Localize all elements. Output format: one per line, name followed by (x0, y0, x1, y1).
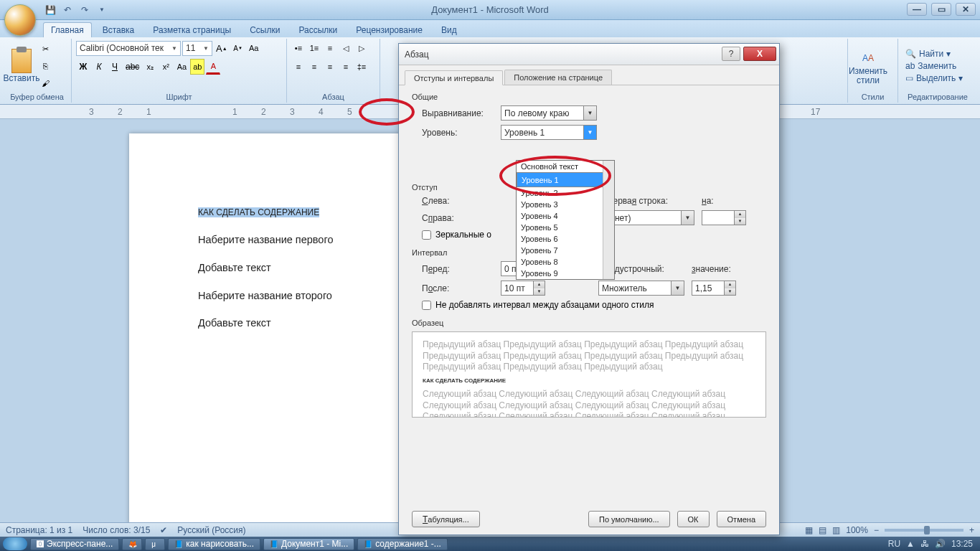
cut-icon[interactable]: ✂ (38, 41, 52, 57)
tray-time[interactable]: 13:25 (951, 539, 973, 549)
taskbar-item[interactable]: μ (145, 538, 165, 550)
taskbar-item[interactable]: 📘 содержание1 -... (357, 538, 448, 550)
select-button[interactable]: ▭Выделить ▾ (903, 72, 966, 84)
ok-button[interactable]: ОК (677, 511, 710, 527)
line-spacing-select[interactable]: Множитель▼ (598, 281, 684, 296)
undo-icon[interactable]: ↶ (60, 3, 75, 17)
replace-button[interactable]: abЗаменить (903, 60, 966, 72)
office-button[interactable] (4, 4, 36, 36)
tab-layout[interactable]: Разметка страницы (145, 22, 239, 37)
underline-button[interactable]: Ч (108, 59, 122, 75)
line-spacing-icon[interactable]: ‡≡ (354, 59, 369, 75)
level-option[interactable]: Уровень 5 (517, 222, 614, 233)
level-option[interactable]: Основной текст (517, 161, 614, 172)
taskbar-item[interactable]: 🦊 (122, 538, 142, 550)
level-option[interactable]: Уровень 1 (517, 172, 614, 187)
italic-button[interactable]: К (92, 59, 106, 75)
align-left-icon[interactable]: ≡ (291, 59, 306, 75)
taskbar: 🅾 Экспресс-пане... 🦊 μ 📘 как нарисовать.… (0, 537, 980, 551)
default-button[interactable]: По умолчанию... (588, 511, 670, 527)
clear-format-icon[interactable]: Aa (247, 40, 261, 56)
tray-network-icon[interactable]: 🖧 (920, 539, 929, 549)
align-center-icon[interactable]: ≡ (307, 59, 321, 75)
maximize-button[interactable]: ▭ (931, 3, 951, 16)
tab-mailings[interactable]: Рассылки (291, 22, 345, 37)
status-language[interactable]: Русский (Россия) (177, 525, 245, 535)
tray-volume-icon[interactable]: 🔊 (935, 539, 946, 549)
bold-button[interactable]: Ж (76, 59, 90, 75)
bullets-icon[interactable]: •≡ (291, 40, 306, 56)
cancel-button[interactable]: Отмена (717, 511, 766, 527)
tray-chevron-icon[interactable]: ▲ (906, 539, 915, 549)
change-styles-button[interactable]: AA Изменить стили (852, 42, 884, 90)
dialog-tab-position[interactable]: Положение на странице (504, 70, 612, 85)
no-same-spacing-checkbox[interactable] (422, 301, 431, 310)
level-option[interactable]: Уровень 6 (517, 233, 614, 245)
dialog-titlebar[interactable]: Абзац ? X (399, 44, 779, 65)
decrease-indent-icon[interactable]: ◁ (339, 40, 353, 56)
view-web-icon[interactable]: ▥ (832, 525, 840, 535)
dialog-close-button[interactable]: X (743, 47, 776, 61)
copy-icon[interactable]: ⎘ (38, 58, 52, 74)
tab-home[interactable]: Главная (43, 22, 92, 37)
redo-icon[interactable]: ↷ (77, 3, 92, 17)
dropdown-scrollbar[interactable] (603, 161, 614, 279)
status-page[interactable]: Страница: 1 из 1 (6, 525, 72, 535)
font-color-button[interactable]: A (206, 59, 220, 75)
tabs-button[interactable]: Табуляция... (412, 511, 480, 527)
zoom-in-icon[interactable]: + (969, 525, 974, 535)
close-button[interactable]: ✕ (956, 3, 976, 16)
font-size-combo[interactable]: 11▼ (182, 41, 212, 56)
numbering-icon[interactable]: 1≡ (307, 40, 321, 56)
align-right-icon[interactable]: ≡ (323, 59, 337, 75)
level-option[interactable]: Уровень 7 (517, 245, 614, 256)
zoom-out-icon[interactable]: − (874, 525, 879, 535)
font-name-combo[interactable]: Calibri (Основной тек▼ (76, 41, 181, 56)
tab-view[interactable]: Вид (433, 22, 465, 37)
subscript-button[interactable]: x₂ (143, 59, 157, 75)
change-case-button[interactable]: Aa (174, 59, 189, 75)
level-option[interactable]: Уровень 4 (517, 210, 614, 222)
level-select[interactable]: Уровень 1▼ (501, 125, 597, 140)
status-words[interactable]: Число слов: 3/15 (83, 525, 150, 535)
after-spinner[interactable]: 10 пт▲▼ (501, 281, 545, 296)
format-painter-icon[interactable]: 🖌 (38, 75, 52, 91)
spacing-value-spinner[interactable]: 1,15▲▼ (692, 281, 736, 296)
strike-button[interactable]: abc (123, 59, 141, 75)
zoom-slider[interactable] (885, 529, 963, 532)
tab-review[interactable]: Рецензирование (348, 22, 430, 37)
zoom-value[interactable]: 100% (846, 525, 868, 535)
taskbar-item[interactable]: 🅾 Экспресс-пане... (30, 538, 119, 550)
find-button[interactable]: 🔍Найти ▾ (903, 48, 966, 60)
paste-button[interactable]: Вставить (7, 42, 36, 90)
level-option[interactable]: Уровень 9 (517, 268, 614, 279)
taskbar-item[interactable]: 📘 Документ1 - Mi... (263, 538, 354, 550)
minimize-button[interactable]: ― (907, 3, 927, 16)
dialog-help-button[interactable]: ? (722, 47, 740, 61)
increase-indent-icon[interactable]: ▷ (354, 40, 369, 56)
taskbar-item[interactable]: 📘 как нарисовать... (168, 538, 260, 550)
tray-lang[interactable]: RU (888, 539, 900, 549)
alignment-select[interactable]: По левому краю▼ (501, 105, 597, 121)
mirror-indents-checkbox[interactable] (422, 230, 431, 240)
multilevel-icon[interactable]: ≡ (323, 40, 337, 56)
level-option[interactable]: Уровень 8 (517, 256, 614, 268)
highlight-button[interactable]: ab (190, 59, 204, 75)
grow-font-icon[interactable]: A▲ (214, 40, 230, 56)
qat-more-icon[interactable]: ▼ (95, 3, 109, 17)
superscript-button[interactable]: x² (159, 59, 173, 75)
level-option[interactable]: Уровень 3 (517, 199, 614, 210)
level-option[interactable]: Уровень 2 (517, 187, 614, 199)
shrink-font-icon[interactable]: A▼ (231, 40, 245, 56)
view-read-icon[interactable]: ▤ (819, 525, 826, 535)
tab-references[interactable]: Ссылки (242, 22, 288, 37)
tab-insert[interactable]: Вставка (95, 22, 143, 37)
view-print-icon[interactable]: ▦ (805, 525, 813, 535)
justify-icon[interactable]: ≡ (339, 59, 353, 75)
first-line-by-spinner[interactable]: ▲▼ (702, 210, 746, 225)
no-same-spacing-label: Не добавлять интервал между абзацами одн… (435, 300, 654, 310)
first-line-select[interactable]: (нет)▼ (608, 210, 694, 225)
start-button[interactable] (3, 537, 27, 550)
save-icon[interactable]: 💾 (43, 3, 57, 17)
dialog-tab-indents[interactable]: Отступы и интервалы (405, 70, 503, 85)
